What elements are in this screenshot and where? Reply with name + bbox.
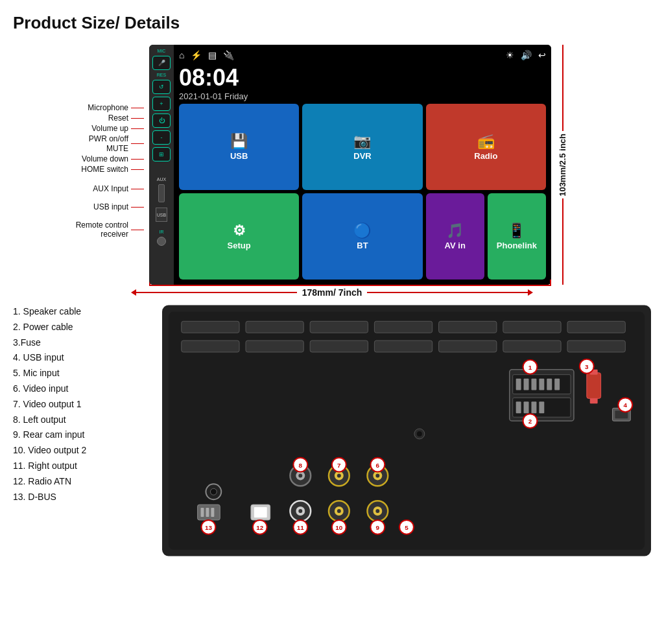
label-line-volup — [131, 128, 144, 129]
svg-rect-57 — [201, 508, 204, 517]
pwr-mute-label: PWR on/offMUTE — [89, 134, 128, 153]
svg-rect-14 — [503, 340, 561, 352]
label-volume-up: Volume up — [91, 124, 144, 133]
phonelink-app-icon: 📱 — [508, 222, 525, 239]
svg-rect-21 — [539, 379, 544, 390]
dvr-app-label: DVR — [353, 151, 371, 161]
remote-label: Remote controlreceiver — [76, 221, 128, 239]
back-panel-svg: 1 2 3 4 5 6 7 8 9 — [162, 304, 651, 557]
list-item-7: 7. Video output 1 — [13, 397, 149, 412]
svg-point-41 — [337, 473, 341, 477]
label-line-usb — [131, 207, 144, 208]
svg-point-53 — [375, 509, 379, 513]
list-item-8: 8. Left output — [13, 412, 149, 428]
svg-rect-28 — [539, 401, 544, 413]
radio-app-label: Radio — [474, 151, 497, 161]
list-item-2: 2. Power cable — [13, 320, 149, 335]
bt-app-label: BT — [357, 241, 368, 250]
app-dvr[interactable]: 📷 DVR — [302, 104, 422, 190]
label-line-home — [131, 169, 144, 170]
label-reset: Reset — [108, 113, 144, 123]
top-section: Microphone Reset Volume up PWR on/offMUT… — [13, 45, 651, 298]
usb-port-side: USB — [156, 208, 167, 222]
svg-rect-58 — [206, 508, 209, 517]
left-labels-panel: Microphone Reset Volume up PWR on/offMUT… — [66, 89, 144, 241]
vol-down-button[interactable]: - — [152, 130, 171, 145]
svg-text:12: 12 — [256, 524, 264, 531]
home-switch-label: HOME switch — [81, 165, 128, 174]
aux-usb-section: AUX USB — [156, 172, 167, 222]
svg-rect-19 — [524, 379, 529, 390]
device-front: MIC 🎤 RES ↺ + ⏻ - ⊞ AUX USB IR — [149, 45, 551, 285]
phonelink-app-label: Phonelink — [497, 241, 537, 250]
bottom-dimension-row: 178mm/ 7inch — [131, 287, 533, 298]
svg-rect-13 — [439, 340, 497, 352]
right-dimension-panel: 103mm/2.5 inch — [558, 45, 567, 285]
svg-text:13: 13 — [205, 524, 213, 531]
label-line-pwr — [131, 143, 144, 144]
setup-app-label: Setup — [228, 241, 251, 250]
label-volume-down: Volume down — [82, 154, 144, 163]
app-setup[interactable]: ⚙ Setup — [179, 193, 299, 280]
svg-point-44 — [375, 473, 379, 477]
usb-app-label: USB — [230, 151, 248, 161]
svg-rect-29 — [587, 373, 601, 399]
screen-area: ⌂ ⚡ ▤ 🔌 ☀ 🔊 ↩ 08:04 2021-01-0 — [174, 45, 551, 285]
list-item-9: 9. Rear cam input — [13, 427, 149, 443]
back-panel-container: 1 2 3 4 5 6 7 8 9 — [162, 304, 651, 560]
brightness-icon: ☀ — [506, 50, 514, 60]
list-item-11: 11. Right output — [13, 459, 149, 474]
ir-label: IR — [160, 230, 164, 234]
label-line-reset — [131, 118, 144, 119]
device-container: Microphone Reset Volume up PWR on/offMUT… — [66, 45, 598, 285]
ir-port — [157, 237, 166, 246]
svg-text:9: 9 — [376, 524, 380, 531]
svg-text:5: 5 — [405, 524, 409, 531]
label-pwr-mute: PWR on/offMUTE — [89, 134, 144, 153]
app-usb[interactable]: 💾 USB — [179, 104, 299, 190]
label-remote: Remote controlreceiver — [76, 221, 144, 239]
bottom-border-line — [149, 285, 551, 286]
arrow-line-h — [136, 292, 297, 293]
vol-up-button[interactable]: + — [152, 97, 171, 111]
pwr-button[interactable]: ⏻ — [152, 113, 171, 128]
svg-rect-6 — [439, 321, 497, 333]
svg-rect-22 — [547, 379, 552, 390]
arrow-left — [131, 289, 136, 296]
avin-phonelink-group: 🎵 AV in 📱 Phonelink — [426, 193, 546, 280]
app-phonelink[interactable]: 📱 Phonelink — [488, 193, 546, 280]
time-value: 08:04 — [179, 64, 546, 91]
setup-app-icon: ⚙ — [233, 222, 246, 239]
svg-rect-59 — [211, 508, 214, 517]
list-item-10: 10. Video output 2 — [13, 443, 149, 459]
label-line-voldown — [131, 159, 144, 160]
screen-status-icons: ☀ 🔊 ↩ — [506, 50, 546, 60]
svg-rect-31 — [590, 398, 598, 403]
svg-rect-9 — [182, 340, 239, 352]
svg-rect-27 — [531, 401, 536, 413]
radio-app-icon: 📻 — [477, 133, 495, 150]
back-icon: ↩ — [538, 50, 546, 60]
svg-text:8: 8 — [299, 462, 303, 469]
list-item-13: 13. D-BUS — [13, 490, 149, 505]
aux-input-label: AUX Input — [93, 184, 128, 193]
svg-rect-25 — [516, 401, 521, 413]
list-item-4: 4. USB input — [13, 350, 149, 366]
list-item-1: 1. Speaker cable — [13, 304, 149, 320]
app-radio[interactable]: 📻 Radio — [426, 104, 546, 190]
app-grid: 💾 USB 📷 DVR 📻 Radio ⚙ — [179, 104, 546, 280]
svg-rect-15 — [567, 340, 625, 352]
right-dim-line-top — [562, 45, 563, 131]
mic-button[interactable]: 🎤 — [152, 56, 171, 70]
aux-port-label: AUX — [157, 177, 166, 182]
screen-nav-icons: ⌂ ⚡ ▤ 🔌 — [179, 50, 234, 60]
app-bt[interactable]: 🔵 BT — [302, 193, 422, 280]
date-value: 2021-01-01 Friday — [179, 91, 546, 101]
svg-rect-7 — [503, 321, 561, 333]
home-button[interactable]: ⊞ — [152, 147, 171, 161]
app-avin[interactable]: 🎵 AV in — [426, 193, 484, 280]
sd-icon: ▤ — [208, 50, 217, 60]
home-icon: ⌂ — [179, 50, 184, 60]
reset-button[interactable]: ↺ — [152, 80, 171, 94]
label-aux-input: AUX Input — [93, 184, 144, 193]
